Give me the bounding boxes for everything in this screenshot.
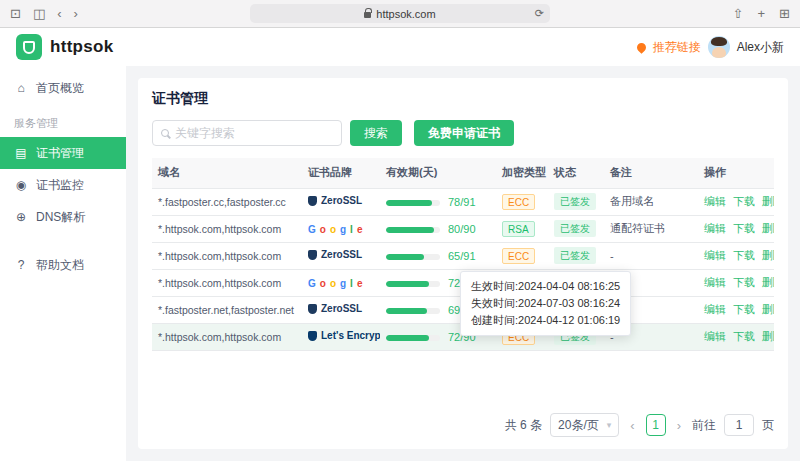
brand-logo: Google [308,224,362,235]
delete-link[interactable]: 删除 [762,222,774,234]
sidebar-item-label: 证书管理 [36,145,84,162]
refresh-icon[interactable]: ⟳ [535,7,544,20]
download-link[interactable]: 下载 [733,330,755,342]
back-icon[interactable]: ‹ [57,7,61,20]
brand-cell: ZeroSSL [302,188,380,215]
table-row[interactable]: *.fastposter.cc,fastposter.ccZeroSSL78/9… [152,188,774,215]
status-badge: 已签发 [554,193,596,210]
google-logo-letter: G [308,278,316,289]
tooltip-line: 失效时间:2024-07-03 08:16:24 [471,295,620,312]
zerossl-logo-icon [308,304,317,314]
delete-link[interactable]: 删除 [762,195,774,207]
delete-link[interactable]: 删除 [762,276,774,288]
progress-bar [386,281,440,287]
share-icon[interactable]: ⊡ [10,7,21,20]
new-tab-icon[interactable]: + [758,7,766,20]
download-link[interactable]: 下载 [733,195,755,207]
sidebar: ⌂首页概览服务管理▤证书管理◉证书监控⊕DNS解析?帮助文档 [0,66,126,461]
actions-cell: 编辑下载删除 [698,269,774,296]
zerossl-logo-icon [308,196,317,206]
brand-name: ZeroSSL [321,249,362,260]
upload-icon[interactable]: ⇧ [733,7,744,20]
current-page-button[interactable]: 1 [646,414,666,436]
goto-page-input[interactable] [724,414,754,436]
sidebar-item[interactable]: ▤证书管理 [0,137,126,169]
apply-certificate-button[interactable]: 免费申请证书 [414,120,514,146]
dns-icon: ⊕ [14,210,28,224]
username: Alex小新 [737,39,784,56]
edit-link[interactable]: 编辑 [704,222,726,234]
column-header: 备注 [604,158,698,188]
type-cell: RSA [496,215,548,242]
validity-days: 80/90 [448,223,476,235]
domain-cell: *.httpsok.com,httpsok.com [152,323,302,350]
domain-cell: *.httpsok.com,httpsok.com [152,242,302,269]
page-unit-label: 页 [762,417,774,434]
avatar[interactable] [708,36,730,58]
next-page-button[interactable]: › [674,418,684,433]
header-right: 推荐链接 Alex小新 [637,36,784,58]
download-link[interactable]: 下载 [733,222,755,234]
progress-fill [386,227,434,233]
delete-link[interactable]: 删除 [762,330,774,342]
column-header: 证书品牌 [302,158,380,188]
google-logo-letter: o [330,278,336,289]
edit-link[interactable]: 编辑 [704,330,726,342]
progress-fill [386,308,427,314]
search-box[interactable] [152,120,342,146]
encryption-type-tag: ECC [502,194,535,210]
sidebar-item[interactable]: ?帮助文档 [0,249,126,281]
brand-cell: ZeroSSL [302,242,380,269]
page-size-select[interactable]: 20条/页 ▾ [550,413,619,437]
sidebar-item[interactable]: ⌂首页概览 [0,72,126,104]
actions-cell: 编辑下载删除 [698,242,774,269]
domain-cell: *.fastposter.net,fastposter.net [152,296,302,323]
brand-cell: Let's Encrypt [302,323,380,350]
sidebar-item[interactable]: ⊕DNS解析 [0,201,126,233]
status-badge: 已签发 [554,220,596,237]
progress-bar [386,335,440,341]
screen: ⊡ ◫ ‹ › httpsok.com ⟳ ⇧ + ⊞ httpsok 推荐链接… [0,0,800,461]
table-row[interactable]: *.httpsok.com,httpsok.comGoogle80/90RSA已… [152,215,774,242]
search-button[interactable]: 搜索 [350,120,402,146]
sidebar-group-label: 服务管理 [0,104,126,137]
table-row[interactable]: *.httpsok.com,httpsok.comZeroSSL65/91ECC… [152,242,774,269]
download-link[interactable]: 下载 [733,249,755,261]
brand-logo: ZeroSSL [308,195,362,206]
actions-cell: 编辑下载删除 [698,323,774,350]
edit-link[interactable]: 编辑 [704,276,726,288]
google-logo-letter: o [330,224,336,235]
brand-cell: Google [302,215,380,242]
edit-link[interactable]: 编辑 [704,303,726,315]
type-cell: ECC [496,242,548,269]
address-bar[interactable]: httpsok.com ⟳ [250,4,550,23]
prev-page-button[interactable]: ‹ [627,418,637,433]
tooltip-line: 生效时间:2024-04-04 08:16:25 [471,278,620,295]
tabs-overview-icon[interactable]: ⊞ [779,7,790,20]
total-count: 共 6 条 [505,417,542,434]
brand-name: ZeroSSL [321,195,362,206]
delete-link[interactable]: 删除 [762,303,774,315]
sidebar-item-label: 帮助文档 [36,257,84,274]
sidebar-toggle-icon[interactable]: ◫ [33,7,45,20]
search-input[interactable] [175,126,333,140]
note-cell: - [604,242,698,269]
progress-fill [386,335,429,341]
delete-link[interactable]: 删除 [762,249,774,261]
download-link[interactable]: 下载 [733,303,755,315]
forward-icon[interactable]: › [74,7,78,20]
progress-fill [386,200,432,206]
progress-bar [386,308,440,314]
tooltip-line: 创建时间:2024-04-12 01:06:19 [471,312,620,329]
edit-link[interactable]: 编辑 [704,249,726,261]
certificate-icon: ▤ [14,146,28,160]
edit-link[interactable]: 编辑 [704,195,726,207]
download-link[interactable]: 下载 [733,276,755,288]
promo-link[interactable]: 推荐链接 [653,39,701,56]
flame-icon [635,41,648,54]
validity-cell: 78/91 [380,188,496,215]
note-cell: 备用域名 [604,188,698,215]
progress-bar [386,200,440,206]
sidebar-item-label: 首页概览 [36,80,84,97]
sidebar-item[interactable]: ◉证书监控 [0,169,126,201]
